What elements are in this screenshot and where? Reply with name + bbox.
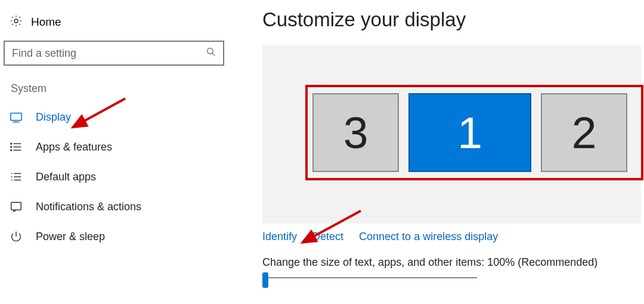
svg-point-1 bbox=[208, 48, 213, 54]
display-arrangement-panel[interactable]: 3 1 2 bbox=[262, 45, 641, 223]
identify-link[interactable]: Identify bbox=[262, 231, 297, 243]
monitor-3[interactable]: 3 bbox=[312, 93, 399, 172]
sidebar-item-display[interactable]: Display bbox=[4, 102, 227, 132]
scale-label: Change the size of text, apps, and other… bbox=[262, 256, 644, 269]
scale-slider-thumb[interactable] bbox=[262, 272, 268, 288]
detect-link[interactable]: Detect bbox=[312, 231, 343, 243]
search-input-container[interactable] bbox=[4, 41, 224, 66]
search-icon bbox=[206, 47, 216, 59]
home-label: Home bbox=[31, 16, 61, 29]
sidebar-item-label-default: Default apps bbox=[36, 171, 96, 183]
sidebar-item-default-apps[interactable]: Default apps bbox=[4, 162, 227, 192]
list-icon bbox=[10, 140, 23, 153]
sidebar-item-apps-features[interactable]: Apps & features bbox=[4, 132, 227, 162]
sidebar-item-label-notif: Notifications & actions bbox=[36, 201, 141, 213]
power-icon bbox=[10, 230, 23, 243]
sidebar-item-notifications[interactable]: Notifications & actions bbox=[4, 192, 227, 222]
svg-rect-3 bbox=[11, 113, 21, 121]
sidebar-item-label-apps: Apps & features bbox=[36, 141, 112, 153]
scale-slider[interactable] bbox=[262, 277, 477, 278]
svg-point-9 bbox=[11, 146, 12, 148]
page-title: Customize your display bbox=[262, 8, 644, 31]
home-button[interactable]: Home bbox=[4, 11, 227, 36]
section-header-system: System bbox=[11, 82, 227, 95]
display-actions-row: Identify Detect Connect to a wireless di… bbox=[262, 231, 644, 243]
monitors-highlight-box: 3 1 2 bbox=[305, 85, 643, 180]
monitor-2[interactable]: 2 bbox=[541, 93, 627, 172]
sidebar-item-label-power: Power & sleep bbox=[36, 231, 105, 243]
notifications-icon bbox=[10, 200, 23, 213]
connect-wireless-link[interactable]: Connect to a wireless display bbox=[359, 231, 498, 243]
monitor-1[interactable]: 1 bbox=[408, 93, 531, 172]
search-input[interactable] bbox=[12, 47, 206, 60]
svg-rect-17 bbox=[11, 202, 21, 210]
svg-point-10 bbox=[11, 150, 12, 151]
sidebar-item-label-display: Display bbox=[36, 111, 71, 124]
svg-point-0 bbox=[14, 19, 18, 23]
grid-icon bbox=[10, 170, 23, 183]
display-icon bbox=[10, 110, 23, 124]
svg-point-8 bbox=[11, 143, 12, 145]
svg-line-2 bbox=[212, 53, 215, 56]
gear-icon bbox=[10, 14, 23, 30]
sidebar-item-power-sleep[interactable]: Power & sleep bbox=[4, 222, 227, 251]
